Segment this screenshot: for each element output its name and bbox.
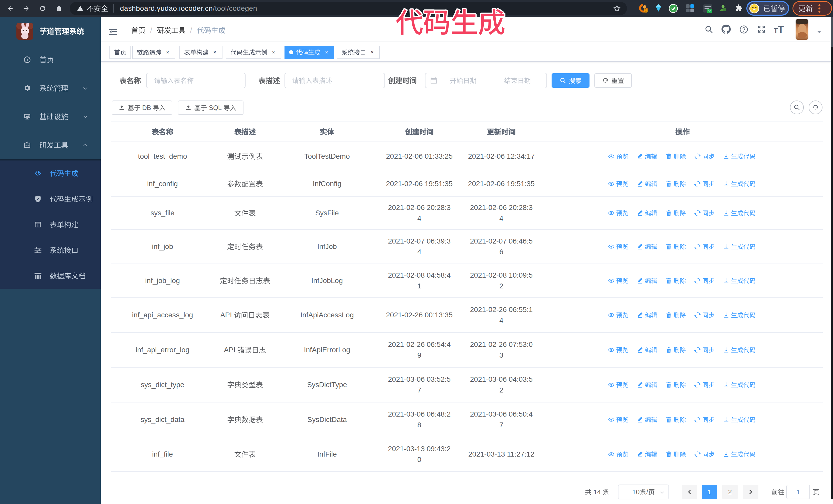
svg-text:on: on bbox=[708, 9, 711, 13]
svg-text:1: 1 bbox=[645, 9, 646, 13]
